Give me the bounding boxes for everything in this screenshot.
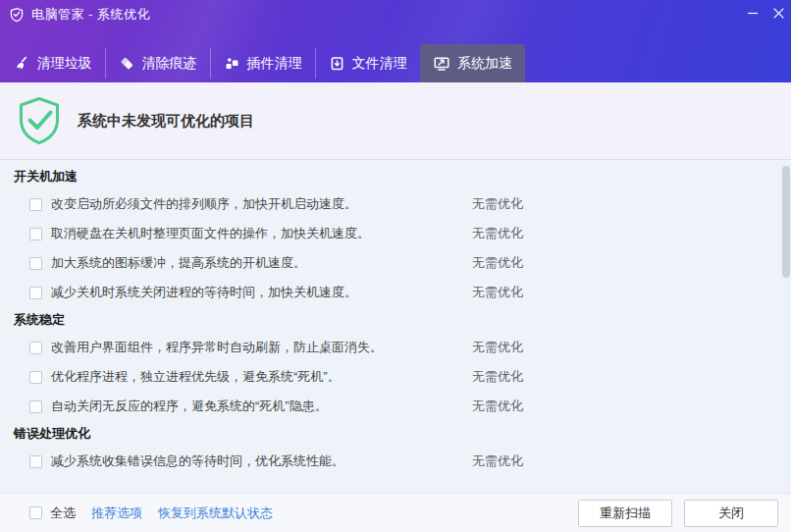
monitor-speedup-icon [433, 55, 450, 73]
optimize-item-row: 减少系统收集错误信息的等待时间，优化系统性能。 无需优化 [0, 447, 791, 476]
select-all-label: 全选 [50, 505, 76, 522]
close-button[interactable] [765, 3, 791, 23]
optimize-item-status: 无需优化 [472, 195, 523, 213]
optimize-item-status: 无需优化 [472, 225, 523, 242]
optimize-item-status: 无需优化 [472, 254, 523, 272]
file-box-icon [329, 55, 345, 72]
plugin-blocks-icon [224, 55, 240, 72]
optimize-item-status: 无需优化 [472, 339, 523, 356]
optimize-item-checkbox[interactable] [29, 228, 42, 240]
optimize-item-text: 取消硬盘在关机时整理页面文件的操作，加快关机速度。 [51, 225, 370, 242]
optimize-item-text: 加大系统的图标缓冲，提高系统的开机速度。 [51, 254, 306, 272]
optimize-item-text: 改变启动所必须文件的排列顺序，加快开机启动速度。 [51, 195, 357, 213]
optimize-item-text: 减少系统收集错误信息的等待时间，优化系统性能。 [51, 452, 344, 470]
close-window-button[interactable]: 关闭 [684, 500, 778, 527]
scrollbar-thumb[interactable] [782, 166, 790, 278]
optimize-item-checkbox[interactable] [29, 371, 42, 384]
restore-default-link[interactable]: 恢复到系统默认状态 [158, 505, 273, 522]
optimize-item-row: 改善用户界面组件，程序异常时自动刷新，防止桌面消失。 无需优化 [0, 333, 791, 362]
optimize-item-status: 无需优化 [472, 452, 523, 470]
optimize-item-row: 加大系统的图标缓冲，提高系统的开机速度。 无需优化 [0, 248, 791, 278]
optimize-item-text: 优化程序进程，独立进程优先级，避免系统“死机”。 [51, 368, 341, 386]
titlebar: 电脑管家 - 系统优化 [0, 0, 791, 29]
optimize-item-checkbox[interactable] [29, 287, 42, 299]
window-title: 电脑管家 - 系统优化 [31, 6, 150, 24]
optimize-item-row: 自动关闭无反应的程序，避免系统的“死机”隐患。 无需优化 [0, 392, 791, 421]
optimize-item-checkbox[interactable] [29, 257, 42, 270]
tab-label: 文件清理 [352, 55, 407, 73]
app-shield-logo-icon [9, 7, 25, 23]
section-title: 开关机加速 [0, 164, 791, 189]
optimize-item-text: 减少关机时系统关闭进程的等待时间，加快关机速度。 [51, 284, 357, 301]
tab-label: 清除痕迹 [142, 55, 197, 73]
optimize-sections: 开关机加速 改变启动所必须文件的排列顺序，加快开机启动速度。 无需优化 取消硬盘… [0, 164, 791, 476]
eraser-icon [119, 55, 135, 72]
tab-bar: 清理垃圾 清除痕迹 插件清理 文件清理 系统加速 [0, 44, 525, 82]
optimize-section: 系统稳定 改善用户界面组件，程序异常时自动刷新，防止桌面消失。 无需优化 优化程… [0, 307, 791, 421]
optimize-item-status: 无需优化 [472, 398, 523, 415]
tab-label: 系统加速 [457, 55, 512, 73]
select-all-checkbox[interactable] [29, 506, 42, 519]
optimize-item-row: 减少关机时系统关闭进程的等待时间，加快关机速度。 无需优化 [0, 278, 791, 307]
optimize-list: 开关机加速 改变启动所必须文件的排列顺序，加快开机启动速度。 无需优化 取消硬盘… [0, 161, 791, 493]
tab-文件清理[interactable]: 文件清理 [315, 44, 420, 82]
optimize-section: 错误处理优化 减少系统收集错误信息的等待时间，优化系统性能。 无需优化 [0, 421, 791, 476]
tab-系统加速[interactable]: 系统加速 [420, 44, 525, 82]
broom-icon [14, 55, 30, 72]
tab-label: 清理垃圾 [37, 55, 92, 73]
optimize-item-row: 改变启动所必须文件的排列顺序，加快开机启动速度。 无需优化 [0, 189, 791, 219]
summary-message: 系统中未发现可优化的项目 [78, 112, 254, 131]
tab-清除痕迹[interactable]: 清除痕迹 [105, 44, 210, 82]
section-title: 错误处理优化 [0, 421, 791, 447]
summary-band: 系统中未发现可优化的项目 [0, 82, 791, 160]
rescan-button[interactable]: 重新扫描 [578, 500, 672, 527]
optimize-item-text: 改善用户界面组件，程序异常时自动刷新，防止桌面消失。 [51, 339, 383, 356]
optimize-item-checkbox[interactable] [29, 400, 42, 413]
recommended-options-link[interactable]: 推荐选项 [91, 505, 142, 522]
tab-清理垃圾[interactable]: 清理垃圾 [0, 44, 105, 82]
shield-check-icon [14, 95, 65, 146]
optimize-item-status: 无需优化 [472, 284, 523, 301]
optimize-item-row: 优化程序进程，独立进程优先级，避免系统“死机”。 无需优化 [0, 362, 791, 392]
optimize-item-text: 自动关闭无反应的程序，避免系统的“死机”隐患。 [51, 398, 328, 415]
optimize-item-row: 取消硬盘在关机时整理页面文件的操作，加快关机速度。 无需优化 [0, 219, 791, 248]
optimize-item-checkbox[interactable] [29, 198, 42, 211]
optimize-section: 开关机加速 改变启动所必须文件的排列顺序，加快开机启动速度。 无需优化 取消硬盘… [0, 164, 791, 307]
optimize-item-status: 无需优化 [472, 368, 523, 386]
tab-label: 插件清理 [247, 55, 302, 73]
footer-bar: 全选 推荐选项 恢复到系统默认状态 重新扫描 关闭 [0, 493, 791, 532]
optimize-item-checkbox[interactable] [29, 455, 42, 468]
app-header: 电脑管家 - 系统优化 清理垃圾 清除痕迹 插件清理 文件清理 系统加速 [0, 0, 791, 82]
minimize-button[interactable] [740, 3, 765, 23]
optimize-item-checkbox[interactable] [29, 342, 42, 354]
section-title: 系统稳定 [0, 307, 791, 333]
tab-插件清理[interactable]: 插件清理 [210, 44, 315, 82]
